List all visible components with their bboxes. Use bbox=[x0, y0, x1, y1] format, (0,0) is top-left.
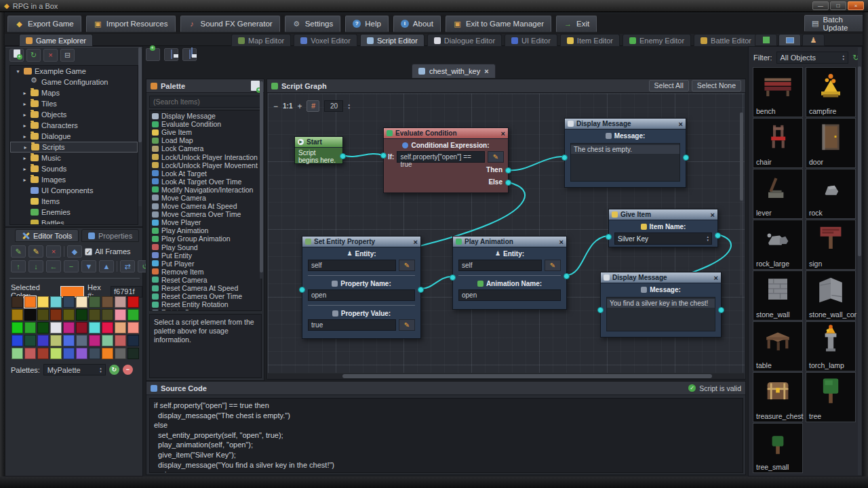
object-card[interactable]: sign bbox=[806, 220, 856, 270]
node-give-item[interactable]: Give Item× Item Name: Silver Key ▴▾ bbox=[608, 209, 718, 247]
color-swatch[interactable] bbox=[12, 296, 23, 308]
tree-item[interactable]: ▸ Sounds bbox=[10, 163, 138, 174]
palette-item[interactable]: Move Player bbox=[150, 218, 261, 226]
message-textarea[interactable]: You find a silver key in the chest! bbox=[606, 297, 715, 331]
edit-value-button[interactable]: ✎ bbox=[399, 319, 415, 331]
palette-item[interactable]: Put Player bbox=[150, 260, 261, 268]
node-close-icon[interactable]: × bbox=[714, 274, 718, 282]
color-swatch[interactable] bbox=[50, 296, 62, 308]
output-port[interactable] bbox=[683, 155, 689, 161]
select-none-button[interactable]: Select None bbox=[692, 80, 741, 92]
color-swatch[interactable] bbox=[24, 335, 36, 346]
color-swatch[interactable] bbox=[12, 348, 23, 359]
tab-display-view[interactable] bbox=[778, 34, 801, 46]
objects-scrollbar[interactable] bbox=[858, 47, 861, 475]
shift-right-button[interactable]: − bbox=[64, 260, 79, 272]
entity-field[interactable]: self bbox=[458, 260, 542, 271]
color-swatch[interactable] bbox=[102, 322, 113, 333]
node-close-icon[interactable]: × bbox=[559, 238, 564, 246]
tree-item[interactable]: ▸ Dialogue bbox=[10, 131, 138, 142]
else-output-port[interactable] bbox=[505, 180, 511, 186]
add-palette-button[interactable]: ↻ bbox=[109, 365, 119, 375]
palette-item[interactable]: Give Item bbox=[150, 128, 261, 136]
tree-item[interactable]: ▸ Tiles bbox=[10, 98, 138, 109]
item-name-select[interactable]: Silver Key ▴▾ bbox=[614, 232, 712, 245]
tab-game-explorer[interactable]: Game Explorer bbox=[19, 34, 93, 46]
color-swatch[interactable] bbox=[89, 348, 100, 359]
editor-tab[interactable]: Item Editor bbox=[560, 34, 620, 46]
tree-item[interactable]: ▸ Objects bbox=[10, 109, 138, 120]
source-code-editor[interactable]: if self.property["open"] == true then di… bbox=[149, 398, 743, 473]
tree-item[interactable]: ▸ Images bbox=[10, 174, 138, 185]
expander-icon[interactable]: ▾ bbox=[15, 68, 21, 75]
menubar-button[interactable]: ? Help bbox=[345, 16, 389, 33]
filter-select[interactable]: All Objects ▴▾ bbox=[776, 52, 848, 64]
node-start[interactable]: ▶Start Script begins here. bbox=[294, 136, 343, 164]
color-swatch[interactable] bbox=[50, 322, 62, 333]
expander-icon[interactable]: ▸ bbox=[22, 134, 28, 140]
save-script-button[interactable] bbox=[164, 48, 178, 61]
message-textarea[interactable]: The chest is empty. bbox=[570, 143, 680, 182]
color-swatch[interactable] bbox=[50, 348, 62, 359]
tree-item[interactable]: ▾ Example Game bbox=[10, 66, 138, 77]
edit-expression-button[interactable]: ✎ bbox=[488, 151, 504, 163]
menubar-button[interactable]: → Exit bbox=[556, 16, 597, 33]
tree-item[interactable]: Items bbox=[10, 196, 138, 207]
hex-input[interactable] bbox=[111, 286, 142, 298]
tree-item[interactable]: ▸ Maps bbox=[10, 87, 138, 98]
color-swatch[interactable] bbox=[76, 309, 87, 321]
start-output-port[interactable] bbox=[340, 153, 346, 159]
tab-game-view[interactable] bbox=[755, 34, 777, 46]
flip-button[interactable]: ⇄ bbox=[120, 260, 135, 272]
new-script-button[interactable] bbox=[146, 48, 160, 61]
edit-entity-button[interactable]: ✎ bbox=[399, 260, 415, 271]
editor-tab[interactable]: UI Editor bbox=[505, 34, 557, 46]
entity-field[interactable]: self bbox=[308, 260, 396, 271]
tab-properties[interactable]: Properties bbox=[81, 229, 139, 242]
palette-item[interactable]: Play Group Animation bbox=[150, 235, 261, 243]
tree-scrollbar[interactable] bbox=[138, 47, 142, 206]
color-swatch[interactable] bbox=[37, 322, 49, 333]
paint-tool-button[interactable]: ✎ bbox=[28, 245, 43, 258]
object-card[interactable]: tree bbox=[806, 372, 856, 422]
input-port[interactable] bbox=[299, 287, 305, 293]
color-swatch[interactable] bbox=[24, 296, 36, 308]
color-swatch[interactable] bbox=[115, 296, 126, 308]
erase-tool-button[interactable]: × bbox=[46, 245, 61, 258]
color-swatch[interactable] bbox=[89, 296, 100, 308]
object-card[interactable]: treasure_chest bbox=[753, 372, 803, 422]
node-close-icon[interactable]: × bbox=[414, 238, 418, 246]
palette-item[interactable]: Lock/Unlock Player Movement bbox=[150, 161, 261, 169]
color-swatch[interactable] bbox=[115, 309, 126, 321]
menubar-button[interactable]: ◆ Export Game bbox=[7, 16, 81, 33]
palette-item[interactable]: Lock Camera bbox=[150, 144, 261, 152]
condition-input-port[interactable] bbox=[380, 152, 387, 159]
graph-horizontal-scrollbar[interactable] bbox=[268, 373, 745, 379]
menubar-button[interactable]: ⚙ Settings bbox=[285, 16, 341, 33]
then-output-port[interactable] bbox=[505, 167, 511, 174]
color-swatch[interactable] bbox=[37, 296, 49, 308]
object-card[interactable]: lever bbox=[753, 169, 803, 219]
palette-item[interactable]: Modify Navigation/Interaction bbox=[150, 186, 261, 194]
output-port[interactable] bbox=[715, 232, 721, 239]
palette-item[interactable]: Play Sound bbox=[150, 243, 261, 251]
editor-tab[interactable]: Map Editor bbox=[231, 34, 291, 46]
selected-color-swatch[interactable] bbox=[60, 286, 84, 298]
object-card[interactable]: bench bbox=[753, 67, 803, 117]
editor-tab[interactable]: Voxel Editor bbox=[294, 34, 357, 46]
color-swatch[interactable] bbox=[24, 348, 36, 359]
node-display-message-1[interactable]: Display Message× Message: The chest is e… bbox=[564, 118, 686, 188]
color-swatch[interactable] bbox=[37, 335, 49, 346]
object-card[interactable]: chair bbox=[753, 118, 803, 168]
palette-item[interactable]: Reset Camera bbox=[150, 276, 261, 284]
color-swatch[interactable] bbox=[127, 348, 139, 359]
color-swatch[interactable] bbox=[50, 335, 62, 346]
palette-item[interactable]: Play Animation bbox=[150, 226, 261, 235]
palette-item[interactable]: Evaluate Condition bbox=[150, 120, 261, 128]
color-swatch[interactable] bbox=[63, 348, 75, 359]
remove-palette-button[interactable]: − bbox=[123, 365, 133, 375]
select-all-button[interactable]: Select All bbox=[649, 80, 689, 92]
color-swatch[interactable] bbox=[127, 335, 139, 346]
node-set-entity-property[interactable]: Set Entity Property× ♟Entity: self ✎ Pro… bbox=[302, 236, 421, 339]
tree-item[interactable]: UI Components bbox=[10, 185, 138, 196]
